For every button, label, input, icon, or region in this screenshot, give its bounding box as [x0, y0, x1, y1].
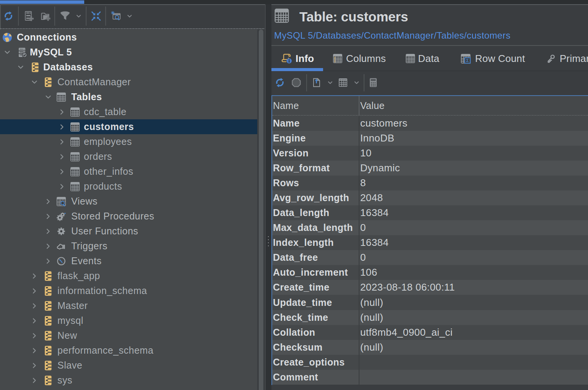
svg-text:Σ: Σ: [466, 58, 469, 63]
